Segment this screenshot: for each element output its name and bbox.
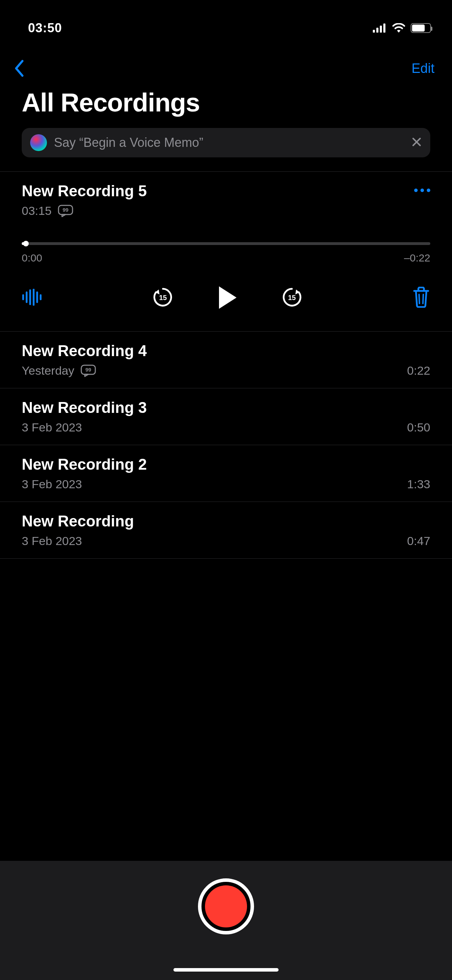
record-button[interactable]	[198, 878, 254, 934]
playback-scrubber[interactable]	[22, 242, 430, 245]
recording-title: New Recording 2	[22, 456, 147, 473]
close-icon	[411, 135, 422, 150]
delete-button[interactable]	[412, 287, 430, 309]
transcription-icon: 99	[58, 205, 73, 217]
recording-row-selected[interactable]: New Recording 5 03:15 99 0:00 –0:22	[0, 172, 452, 332]
time-elapsed: 0:00	[22, 252, 42, 264]
bottom-toolbar	[0, 861, 452, 980]
record-icon	[205, 885, 247, 928]
recording-duration: 1:33	[407, 477, 430, 491]
recording-title: New Recording 5	[22, 182, 147, 200]
status-indicators: 71	[373, 23, 431, 33]
svg-rect-2	[380, 25, 382, 33]
play-icon	[216, 285, 239, 310]
recording-row[interactable]: New Recording 4Yesterday990:22	[0, 332, 452, 388]
cellular-icon	[373, 24, 387, 33]
recording-duration: 0:50	[407, 421, 430, 434]
trash-icon	[412, 287, 430, 309]
svg-text:99: 99	[63, 207, 69, 213]
transcription-icon: 99	[81, 364, 96, 377]
siri-suggestion[interactable]: Say “Begin a Voice Memo”	[22, 128, 430, 158]
recording-row[interactable]: New Recording 33 Feb 20230:50	[0, 388, 452, 445]
recording-row[interactable]: New Recording3 Feb 20230:47	[0, 502, 452, 559]
play-button[interactable]	[216, 285, 239, 310]
siri-prefix: Say	[54, 135, 79, 150]
svg-rect-1	[376, 28, 379, 33]
siri-icon	[30, 134, 47, 151]
svg-line-14	[419, 294, 419, 304]
skip-forward-15-icon: 15	[281, 286, 303, 310]
skip-back-15-icon: 15	[152, 286, 174, 310]
svg-text:99: 99	[86, 367, 91, 372]
skip-forward-button[interactable]: 15	[281, 286, 303, 310]
svg-text:15: 15	[159, 294, 167, 301]
recording-date: 3 Feb 2023	[22, 421, 82, 434]
skip-back-button[interactable]: 15	[152, 286, 174, 310]
battery-indicator: 71	[411, 23, 431, 33]
svg-rect-0	[373, 30, 375, 33]
siri-suggestion-text: Say “Begin a Voice Memo”	[54, 135, 404, 150]
recording-title: New Recording 4	[22, 342, 147, 360]
back-button[interactable]	[14, 60, 24, 77]
time-remaining: –0:22	[404, 252, 430, 264]
waveform-icon	[22, 289, 43, 307]
edit-button[interactable]: Edit	[412, 61, 434, 76]
nav-bar: Edit	[0, 49, 452, 84]
recording-duration: 0:47	[407, 534, 430, 548]
page-title: All Recordings	[0, 84, 452, 128]
svg-rect-3	[383, 24, 385, 33]
wifi-icon	[392, 23, 406, 33]
status-time: 03:50	[28, 21, 62, 35]
waveform-button[interactable]	[22, 289, 43, 307]
scrubber-thumb[interactable]	[23, 241, 29, 247]
home-indicator[interactable]	[173, 968, 279, 972]
status-bar: 03:50 71	[0, 0, 452, 49]
recording-date: Yesterday	[22, 364, 74, 377]
siri-phrase: Begin a Voice Memo	[83, 135, 199, 150]
svg-text:15: 15	[288, 294, 296, 301]
close-button[interactable]	[411, 136, 422, 149]
recording-duration: 0:22	[407, 364, 430, 377]
recording-date: 3 Feb 2023	[22, 534, 82, 548]
more-button[interactable]	[414, 182, 430, 192]
recording-row[interactable]: New Recording 23 Feb 20231:33	[0, 445, 452, 502]
recording-date: 03:15	[22, 204, 51, 218]
recording-title: New Recording 3	[22, 399, 147, 417]
recording-date: 3 Feb 2023	[22, 477, 82, 491]
chevron-left-icon	[14, 60, 24, 77]
battery-percent: 71	[411, 24, 430, 32]
recording-title: New Recording	[22, 512, 134, 530]
recordings-list: New Recording 5 03:15 99 0:00 –0:22	[0, 172, 452, 559]
